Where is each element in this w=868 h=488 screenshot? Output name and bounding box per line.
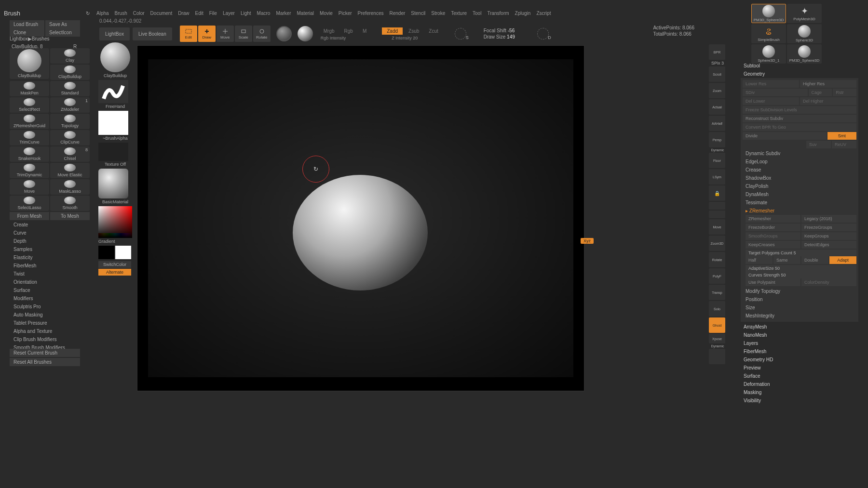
size-section[interactable]: Size (743, 303, 856, 312)
menu-picker[interactable]: Picker (339, 11, 352, 16)
expand-fibermesh[interactable]: FiberMesh (14, 262, 65, 270)
lock-button[interactable]: 🔒 (709, 185, 725, 201)
section-masking[interactable]: Masking (741, 388, 858, 396)
claypolish-section[interactable]: ClayPolish (743, 182, 856, 190)
sphere-mesh[interactable] (293, 175, 428, 290)
xpose-button[interactable] (709, 349, 725, 364)
bpr-button[interactable]: BPR (709, 44, 725, 60)
transp-button[interactable]: Solo (709, 301, 725, 317)
shadowbox-section[interactable]: ShadowBox (743, 174, 856, 182)
brush-thumbnail[interactable] (100, 42, 130, 72)
menu-layer[interactable]: Layer (223, 11, 235, 16)
brush-claybuildup[interactable]: ClayBuildup (50, 65, 90, 80)
expand-auto-masking[interactable]: Auto Masking (14, 311, 65, 319)
load-brush-button[interactable]: Load Brush (10, 20, 44, 28)
lower-res-button[interactable]: Lower Res (743, 80, 799, 88)
brush-clay[interactable]: Clay (50, 48, 90, 64)
section-nanomesh[interactable]: NanoMesh (741, 331, 858, 339)
del-higher-button[interactable]: Del Higher (800, 97, 856, 105)
section-layers[interactable]: Layers (741, 339, 858, 347)
menu-zscript[interactable]: Zscript (536, 11, 551, 16)
stroke-thumbnail[interactable] (98, 80, 128, 103)
axis-z-button[interactable] (709, 211, 725, 218)
brush-selectlasso[interactable]: SelectLasso (10, 196, 49, 211)
expand-surface[interactable]: Surface (14, 286, 65, 294)
from-mesh-button[interactable]: From Mesh (10, 212, 49, 220)
edgeloop-section[interactable]: EdgeLoop (743, 158, 856, 166)
menu-transform[interactable]: Transform (487, 11, 509, 16)
section-preview[interactable]: Preview (741, 364, 858, 372)
expand-tablet-pressure[interactable]: Tablet Pressure (14, 319, 65, 327)
menu-render[interactable]: Render (390, 11, 406, 16)
expand-curve[interactable]: Curve (14, 229, 65, 237)
brush-smooth[interactable]: Smooth (50, 196, 90, 211)
save-as-button[interactable]: Save As (45, 20, 80, 28)
convert-bpr-button[interactable]: Convert BPR To Geo (743, 123, 856, 131)
focal-shift-slider[interactable]: Focal Shift -56 (484, 28, 515, 33)
sdiv-slider[interactable]: SDiv (743, 89, 808, 96)
draw-size-slider[interactable]: Draw Size 149 (484, 34, 515, 40)
section-surface[interactable]: Surface (741, 372, 858, 380)
reconstruct-subdiv-button[interactable]: Reconstruct Subdiv (743, 115, 856, 122)
menu-stroke[interactable]: Stroke (431, 11, 445, 16)
gradient-label[interactable]: Gradient (98, 239, 132, 244)
modify-topology-section[interactable]: Modify Topology (743, 287, 856, 295)
move-mode-button[interactable]: Move (217, 26, 234, 42)
expand-clip-brush-modifiers[interactable]: Clip Brush Modifiers (14, 335, 65, 343)
expand-modifiers[interactable]: Modifiers (14, 294, 65, 303)
use-polypaint-button[interactable]: Use Polypaint (746, 278, 800, 286)
detect-edges-button[interactable]: DetectEdges (801, 241, 856, 249)
expand-depth[interactable]: Depth (14, 237, 65, 245)
brush-standard[interactable]: Standard (50, 81, 90, 96)
zremesher-section[interactable]: ▸ ZRemesher (743, 207, 856, 215)
section-visibility[interactable]: Visibility (741, 396, 858, 405)
tool-thumb-sphere3d_1[interactable]: Sphere3D_1 (751, 44, 786, 64)
select-icon-button[interactable]: SelectIcon (45, 28, 80, 37)
brush-masklasso[interactable]: MaskLasso (50, 179, 90, 195)
reset-current-brush-button[interactable]: Reset Current Brush (10, 349, 80, 357)
persp-button[interactable]: Persp (709, 132, 725, 147)
zsub-button[interactable]: Zsub (405, 27, 423, 35)
tool-thumb-pm3d_sphere3d[interactable]: PM3D_Sphere3D (787, 44, 822, 64)
expand-elasticity[interactable]: Elasticity (14, 253, 65, 262)
menu-brush[interactable]: Brush (115, 11, 127, 16)
menu-preferences[interactable]: Preferences (358, 11, 384, 16)
geometry-section[interactable]: Geometry (741, 70, 858, 78)
section-fibermesh[interactable]: FiberMesh (741, 347, 858, 356)
keep-groups-button[interactable]: KeepGroups (801, 232, 856, 240)
tool-thumb-pm3d_sphere3d[interactable]: PM3D_Sphere3D (751, 4, 786, 23)
brush-claybuildup[interactable]: ClayBuildup (10, 48, 49, 79)
menu-light[interactable]: Light (241, 11, 251, 16)
floor-button[interactable]: Floor (709, 153, 725, 168)
half-button[interactable]: Half (746, 256, 773, 264)
menu-document[interactable]: Document (150, 11, 173, 16)
zoom-button[interactable]: Zoom (709, 83, 725, 98)
move-view-button[interactable]: Zoom3D (709, 236, 725, 251)
axis-y-button[interactable] (709, 202, 725, 210)
brush-move elastic[interactable]: Move Elastic (50, 163, 90, 178)
double-button[interactable]: Double (801, 256, 828, 264)
zoom3d-button[interactable]: Rotate (709, 252, 725, 267)
ghost-button[interactable]: Ghost (709, 317, 725, 333)
zremesher-button[interactable]: ZRemesher (746, 215, 800, 223)
section-arraymesh[interactable]: ArrayMesh (741, 323, 858, 331)
scroll-button[interactable]: Scroll (709, 66, 725, 82)
expand-orientation[interactable]: Orientation (14, 278, 65, 286)
rstr-button[interactable]: Rstr (833, 89, 856, 96)
menu-macro[interactable]: Macro (257, 11, 271, 16)
reset-all-brushes-button[interactable]: Reset All Brushes (10, 358, 80, 366)
dynamesh-section[interactable]: DynaMesh (743, 190, 856, 198)
switch-color-button[interactable]: SwitchColor (98, 261, 131, 268)
brush-trimdynamic[interactable]: TrimDynamic (10, 163, 49, 178)
menu-zplugin[interactable]: Zplugin (515, 11, 531, 16)
hue-bar[interactable] (98, 233, 132, 238)
same-button[interactable]: Same (773, 256, 800, 264)
dynamic-subdiv-section[interactable]: Dynamic Subdiv (743, 149, 856, 158)
secondary-color-swatch[interactable] (98, 246, 114, 259)
d-dial[interactable]: D (537, 28, 549, 40)
rgb-button[interactable]: Rgb (341, 27, 356, 35)
mrgb-button[interactable]: Mrgb (321, 27, 338, 35)
cage-button[interactable]: Cage (809, 89, 832, 96)
expand-create[interactable]: Create (14, 221, 65, 229)
rotate-view-button[interactable]: PolyF (709, 268, 725, 284)
